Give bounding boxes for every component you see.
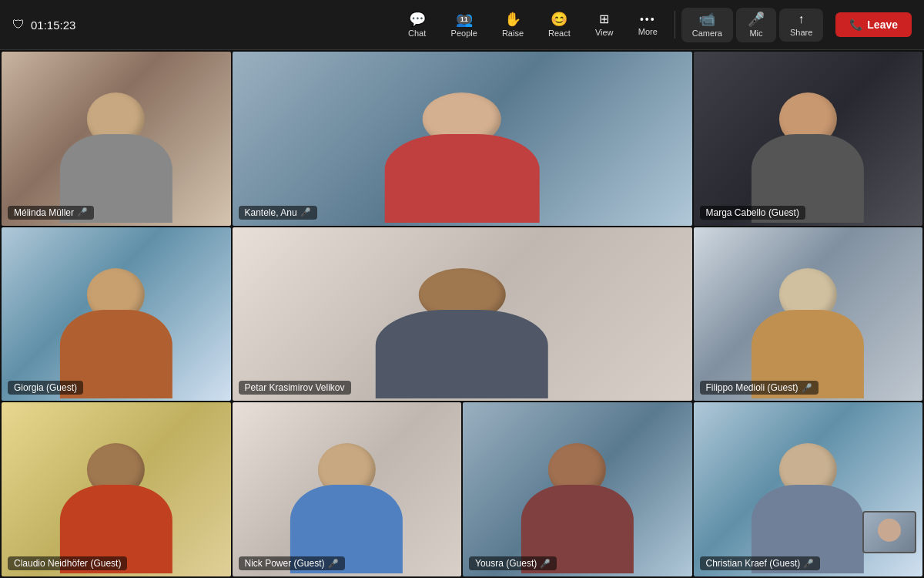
participant-avatar-9 — [266, 428, 427, 576]
participant-avatar-11 — [728, 428, 888, 576]
chat-icon: 💬 — [409, 12, 426, 26]
video-tile-0: Mélinda Müller 🎤 — [2, 52, 231, 226]
video-tile-1: Kantele, Anu 🎤 — [233, 52, 692, 226]
video-tile-6: Filippo Medioli (Guest) 🎤 — [694, 227, 923, 402]
people-button[interactable]: 👥 11 People — [440, 8, 488, 42]
react-icon: 😊 — [551, 12, 567, 26]
mic-muted-icon-11: 🎤 — [803, 559, 814, 569]
view-button[interactable]: ⊞ View — [584, 8, 624, 42]
participant-avatar-1 — [359, 78, 566, 226]
camera-label: Camera — [692, 29, 722, 38]
video-tile-4: Giorgia (Guest) — [2, 227, 231, 402]
mini-avatar — [878, 519, 901, 542]
raise-icon: ✋ — [504, 12, 521, 26]
participant-avatar-2 — [728, 78, 888, 226]
leave-button[interactable]: 📞 Leave — [835, 12, 912, 37]
mic-muted-icon-0: 🎤 — [77, 207, 88, 217]
chat-button[interactable]: 💬 Chat — [397, 8, 437, 42]
video-grid: Mélinda Müller 🎤 Kantele, Anu 🎤 Marga Ca… — [0, 50, 924, 578]
view-icon: ⊞ — [599, 13, 609, 25]
shield-icon: 🛡 — [12, 18, 25, 32]
toolbar-divider — [675, 11, 675, 39]
mic-label: Mic — [749, 29, 762, 38]
video-tile-10: Yousra (Guest) 🎤 — [463, 402, 692, 576]
participant-avatar-10 — [497, 428, 658, 576]
camera-button[interactable]: 📹 Camera — [681, 8, 733, 42]
camera-icon: 📹 — [698, 12, 715, 26]
mic-muted-icon-10: 🎤 — [540, 559, 551, 569]
mic-button[interactable]: 🎤 Mic — [736, 8, 776, 42]
toolbar: 🛡 01:15:23 💬 Chat 👥 11 People ✋ Raise 😊 … — [0, 0, 924, 50]
mic-muted-icon-1: 🎤 — [300, 207, 311, 217]
participant-avatar-6 — [728, 254, 888, 402]
react-button[interactable]: 😊 React — [537, 8, 581, 42]
more-label: More — [638, 27, 658, 36]
participant-avatar-4 — [36, 254, 196, 402]
timer-section: 🛡 01:15:23 — [12, 18, 397, 32]
raise-button[interactable]: ✋ Raise — [491, 8, 534, 42]
more-button[interactable]: ••• More — [628, 9, 668, 41]
share-label: Share — [790, 28, 812, 37]
participant-name-2: Marga Cabello (Guest) — [700, 206, 805, 220]
participant-name-10: Yousra (Guest) 🎤 — [469, 556, 557, 570]
participant-name-4: Giorgia (Guest) — [8, 381, 83, 395]
call-timer: 01:15:23 — [31, 18, 75, 32]
video-tile-11: Christian Kraef (Guest) 🎤 — [694, 402, 923, 576]
participant-name-5: Petar Krasimirov Velikov — [239, 381, 351, 395]
people-label: People — [451, 29, 477, 38]
video-tile-8: Claudio Neidhöfer (Guest) — [2, 402, 231, 576]
video-tile-9: Nick Power (Guest) 🎤 — [233, 402, 462, 576]
mini-thumbnail — [862, 511, 916, 553]
people-count: 11 — [457, 15, 471, 24]
video-tile-5: Petar Krasimirov Velikov — [233, 227, 692, 402]
participant-avatar-0 — [36, 78, 196, 226]
chat-label: Chat — [408, 29, 426, 38]
mic-muted-icon-9: 🎤 — [328, 559, 339, 569]
phone-icon: 📞 — [849, 18, 862, 31]
toolbar-actions: 💬 Chat 👥 11 People ✋ Raise 😊 React ⊞ Vie… — [397, 8, 912, 42]
participant-avatar-8 — [36, 428, 196, 576]
mic-muted-icon-6: 🎤 — [802, 383, 812, 393]
participant-avatar-5 — [347, 254, 578, 402]
raise-label: Raise — [502, 29, 524, 38]
more-icon: ••• — [640, 14, 656, 25]
participant-name-9: Nick Power (Guest) 🎤 — [239, 556, 345, 570]
share-button[interactable]: ↑ Share — [779, 8, 823, 42]
leave-label: Leave — [867, 18, 898, 31]
view-label: View — [595, 28, 614, 37]
video-tile-2: Marga Cabello (Guest) — [694, 52, 923, 226]
people-icon: 👥 11 — [456, 12, 473, 26]
participant-name-0: Mélinda Müller 🎤 — [8, 206, 94, 220]
participant-name-8: Claudio Neidhöfer (Guest) — [8, 556, 127, 570]
participant-name-1: Kantele, Anu 🎤 — [239, 206, 317, 220]
share-icon: ↑ — [798, 13, 805, 25]
participant-name-11: Christian Kraef (Guest) 🎤 — [700, 556, 821, 570]
mic-icon: 🎤 — [748, 12, 765, 26]
participant-name-6: Filippo Medioli (Guest) 🎤 — [700, 381, 819, 395]
react-label: React — [548, 29, 571, 38]
